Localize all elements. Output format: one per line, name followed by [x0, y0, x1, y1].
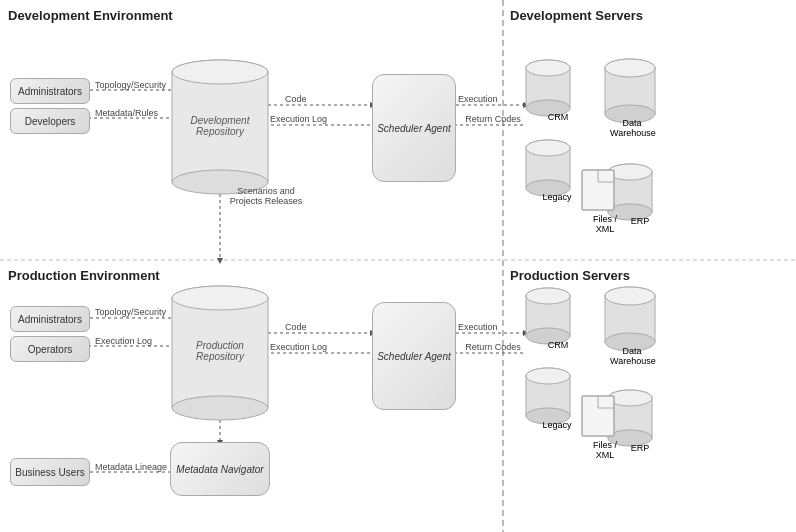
operators-box: Operators	[10, 336, 90, 362]
svg-rect-62	[605, 296, 655, 342]
svg-marker-11	[523, 102, 529, 108]
svg-rect-58	[526, 296, 570, 336]
svg-rect-70	[608, 398, 652, 438]
svg-point-51	[526, 140, 570, 156]
svg-point-39	[172, 286, 268, 310]
svg-point-44	[605, 59, 655, 77]
crm-dev-label: CRM	[536, 112, 580, 122]
svg-point-52	[608, 164, 652, 180]
svg-point-64	[605, 287, 655, 305]
svg-marker-23	[262, 350, 268, 356]
scenarios-releases-label: Scenarios and Projects Releases	[226, 186, 306, 206]
svg-point-48	[526, 140, 570, 156]
svg-point-65	[526, 368, 570, 384]
execution-dev-label: Execution	[458, 94, 498, 104]
legacy-dev-label: Legacy	[535, 192, 579, 202]
svg-point-57	[526, 288, 570, 304]
return-codes-prod-label: Return Codes	[458, 342, 528, 352]
svg-point-68	[526, 368, 570, 384]
exec-log-dev-label: Execution Log	[270, 114, 327, 124]
execution-prod-label: Execution	[458, 322, 498, 332]
admins-prod-box: Administrators	[10, 306, 90, 332]
metadata-nav-box: Metadata Navigator	[170, 442, 270, 496]
dev-servers-header: Development Servers	[510, 8, 643, 23]
metadata-lineage-label: Metadata Lineage	[95, 462, 167, 472]
developers-box: Developers	[10, 108, 90, 134]
code-prod-label: Code	[285, 322, 307, 332]
topology-security-dev-label: Topology/Security	[95, 80, 166, 90]
dw-dev-label: Data Warehouse	[610, 118, 654, 138]
metadata-rules-label: Metadata/Rules	[95, 108, 158, 118]
svg-point-38	[172, 396, 268, 420]
prod-servers-header: Production Servers	[510, 268, 630, 283]
dw-prod-label: Data Warehouse	[610, 346, 654, 366]
exec-log-prod-2-label: Execution Log	[270, 342, 327, 352]
erp-dev-label: ERP	[618, 216, 662, 226]
svg-point-35	[172, 60, 268, 84]
crm-prod-label: CRM	[536, 340, 580, 350]
erp-prod-label: ERP	[618, 443, 662, 453]
svg-point-69	[608, 390, 652, 406]
svg-rect-49	[526, 148, 570, 188]
topology-security-prod-label: Topology/Security	[95, 307, 166, 317]
main-diagram: Development Environment Development Serv…	[0, 0, 796, 532]
dev-env-header: Development Environment	[8, 8, 173, 23]
svg-rect-41	[526, 68, 570, 108]
svg-rect-56	[582, 170, 614, 210]
svg-marker-15	[217, 258, 223, 264]
exec-log-prod-label: Execution Log	[95, 336, 152, 346]
svg-point-72	[608, 390, 652, 406]
prod-env-header: Production Environment	[8, 268, 160, 283]
prod-repo-label: Production Repository	[178, 340, 262, 362]
scheduler-prod-box: Scheduler Agent	[372, 302, 456, 410]
svg-rect-45	[605, 68, 655, 114]
return-codes-dev-label: Return Codes	[458, 114, 528, 124]
svg-marker-25	[523, 330, 529, 336]
svg-point-32	[172, 60, 268, 84]
svg-point-43	[526, 60, 570, 76]
svg-marker-17	[175, 315, 181, 321]
code-dev-label: Code	[285, 94, 307, 104]
svg-point-60	[526, 288, 570, 304]
svg-rect-53	[608, 172, 652, 212]
svg-marker-3	[175, 87, 181, 93]
svg-rect-73	[582, 396, 614, 436]
svg-point-36	[172, 286, 268, 310]
legacy-prod-label: Legacy	[535, 420, 579, 430]
svg-point-61	[605, 287, 655, 305]
svg-point-40	[526, 60, 570, 76]
dev-repo-label: Development Repository	[178, 115, 262, 137]
svg-rect-66	[526, 376, 570, 416]
business-users-box: Business Users	[10, 458, 90, 486]
scheduler-dev-box: Scheduler Agent	[372, 74, 456, 182]
svg-marker-9	[262, 122, 268, 128]
admins-dev-box: Administrators	[10, 78, 90, 104]
svg-point-55	[608, 164, 652, 180]
svg-point-47	[605, 59, 655, 77]
